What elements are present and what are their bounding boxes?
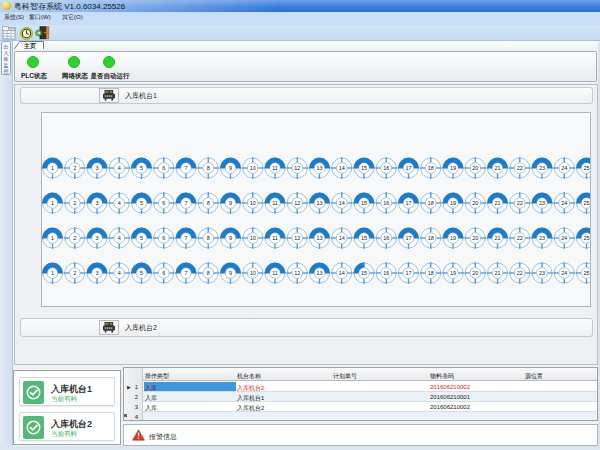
svg-text:22: 22 (517, 165, 523, 171)
svg-text:13: 13 (316, 200, 322, 206)
svg-text:16: 16 (383, 165, 389, 171)
svg-text:19: 19 (450, 270, 456, 276)
svg-text:2: 2 (73, 270, 76, 276)
svg-text:1: 1 (51, 165, 54, 171)
svg-text:2: 2 (73, 200, 76, 206)
svg-text:4: 4 (118, 270, 121, 276)
svg-text:9: 9 (229, 270, 232, 276)
svg-text:18: 18 (428, 165, 434, 171)
svg-text:10: 10 (250, 200, 256, 206)
svg-text:8: 8 (207, 270, 210, 276)
svg-text:9: 9 (229, 200, 232, 206)
svg-text:10: 10 (250, 165, 256, 171)
svg-text:17: 17 (405, 200, 411, 206)
svg-text:8: 8 (207, 165, 210, 171)
svg-text:19: 19 (450, 200, 456, 206)
svg-text:7: 7 (184, 200, 187, 206)
svg-text:5: 5 (140, 270, 143, 276)
svg-text:6: 6 (162, 165, 165, 171)
svg-text:18: 18 (428, 200, 434, 206)
svg-text:23: 23 (539, 165, 545, 171)
svg-text:21: 21 (494, 165, 500, 171)
svg-text:3: 3 (95, 270, 98, 276)
svg-text:1: 1 (51, 270, 54, 276)
svg-text:8: 8 (207, 235, 210, 241)
svg-text:5: 5 (140, 235, 143, 241)
svg-text:24: 24 (561, 200, 567, 206)
svg-text:11: 11 (272, 165, 278, 171)
svg-text:14: 14 (339, 165, 345, 171)
svg-text:2: 2 (73, 165, 76, 171)
svg-text:5: 5 (140, 165, 143, 171)
svg-text:4: 4 (118, 235, 121, 241)
svg-text:17: 17 (405, 165, 411, 171)
svg-text:23: 23 (539, 270, 545, 276)
svg-text:10: 10 (250, 270, 256, 276)
svg-text:4: 4 (118, 165, 121, 171)
svg-text:16: 16 (383, 200, 389, 206)
svg-text:6: 6 (162, 235, 165, 241)
svg-text:16: 16 (383, 235, 389, 241)
svg-text:24: 24 (561, 165, 567, 171)
svg-text:12: 12 (294, 200, 300, 206)
svg-text:4: 4 (118, 200, 121, 206)
svg-text:19: 19 (450, 235, 456, 241)
svg-text:15: 15 (361, 270, 367, 276)
svg-text:25: 25 (583, 200, 589, 206)
svg-text:22: 22 (517, 235, 523, 241)
svg-text:2: 2 (73, 235, 76, 241)
svg-text:5: 5 (140, 200, 143, 206)
svg-text:17: 17 (405, 270, 411, 276)
svg-text:14: 14 (339, 235, 345, 241)
svg-text:12: 12 (294, 235, 300, 241)
svg-text:23: 23 (539, 200, 545, 206)
svg-text:20: 20 (472, 165, 478, 171)
svg-text:14: 14 (339, 200, 345, 206)
svg-text:21: 21 (494, 200, 500, 206)
svg-text:1: 1 (51, 235, 54, 241)
svg-text:20: 20 (472, 200, 478, 206)
svg-text:19: 19 (450, 165, 456, 171)
svg-text:12: 12 (294, 270, 300, 276)
svg-text:7: 7 (184, 235, 187, 241)
svg-text:7: 7 (184, 165, 187, 171)
svg-text:11: 11 (272, 200, 278, 206)
svg-text:15: 15 (361, 235, 367, 241)
svg-text:23: 23 (539, 235, 545, 241)
svg-text:6: 6 (162, 270, 165, 276)
svg-text:10: 10 (250, 235, 256, 241)
svg-text:8: 8 (207, 200, 210, 206)
svg-text:3: 3 (95, 235, 98, 241)
svg-text:25: 25 (583, 235, 589, 241)
svg-text:21: 21 (494, 235, 500, 241)
svg-text:22: 22 (517, 270, 523, 276)
svg-text:11: 11 (272, 270, 278, 276)
svg-text:7: 7 (184, 270, 187, 276)
svg-text:16: 16 (383, 270, 389, 276)
svg-text:13: 13 (316, 165, 322, 171)
svg-text:25: 25 (583, 270, 589, 276)
svg-text:6: 6 (162, 200, 165, 206)
svg-text:11: 11 (272, 235, 278, 241)
svg-text:17: 17 (405, 235, 411, 241)
svg-text:14: 14 (339, 270, 345, 276)
svg-text:25: 25 (583, 165, 589, 171)
svg-text:18: 18 (428, 235, 434, 241)
svg-text:15: 15 (361, 200, 367, 206)
svg-text:9: 9 (229, 235, 232, 241)
svg-text:15: 15 (361, 165, 367, 171)
svg-text:12: 12 (294, 165, 300, 171)
svg-text:3: 3 (95, 165, 98, 171)
svg-text:24: 24 (561, 270, 567, 276)
svg-text:20: 20 (472, 270, 478, 276)
svg-text:1: 1 (51, 200, 54, 206)
svg-text:18: 18 (428, 270, 434, 276)
svg-text:24: 24 (561, 235, 567, 241)
svg-text:22: 22 (517, 200, 523, 206)
svg-text:20: 20 (472, 235, 478, 241)
svg-text:21: 21 (494, 270, 500, 276)
svg-text:13: 13 (316, 235, 322, 241)
svg-text:13: 13 (316, 270, 322, 276)
svg-text:9: 9 (229, 165, 232, 171)
svg-text:3: 3 (95, 200, 98, 206)
